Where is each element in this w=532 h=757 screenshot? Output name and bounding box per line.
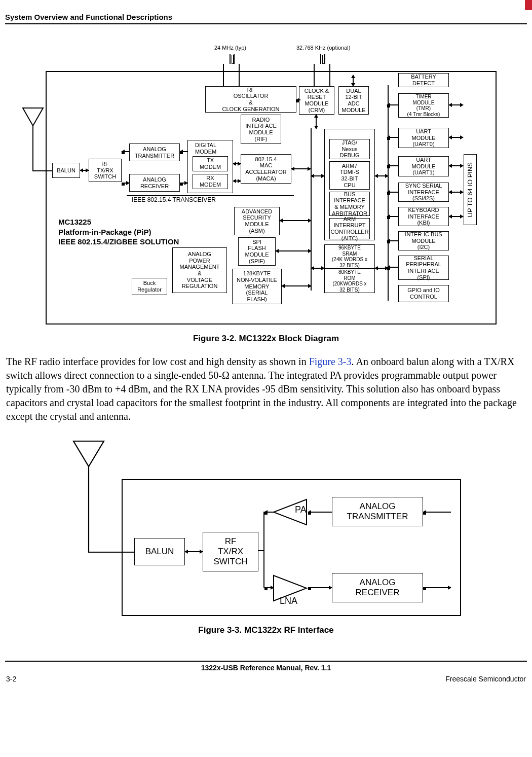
rf-interface-paragraph: The RF radio interface provides for low … bbox=[6, 355, 526, 423]
crystal-icon bbox=[230, 54, 235, 64]
apm-block: ANALOG POWER MANAGEMENT & VOLTAGE REGULA… bbox=[172, 247, 227, 293]
maca-block: 802.15.4 MAC ACCELERATOR (MACA) bbox=[241, 154, 291, 184]
flash-block: 128KBYTE NON-VOLATILE MEMORY (SERIAL FLA… bbox=[232, 269, 282, 304]
para-pre: The RF radio interface provides for low … bbox=[6, 356, 309, 367]
rx-modem-block: RX MODEM bbox=[193, 174, 228, 189]
section-header: System Overview and Functional Descripti… bbox=[5, 13, 527, 24]
battery-detect-block: BATTERY DETECT bbox=[398, 73, 449, 87]
page-number: 3-2 bbox=[6, 675, 16, 683]
rf-switch-block: RF TX/RX SWITCH bbox=[89, 159, 122, 182]
rif-block: RADIO INTERFACE MODULE (RIF) bbox=[241, 115, 281, 144]
svg-marker-2 bbox=[73, 441, 104, 466]
footer-manual-title: 1322x-USB Reference Manual, Rev. 1.1 bbox=[5, 661, 527, 672]
chip-label: MC13225 Platform-in-Package (PiP) IEEE 8… bbox=[58, 217, 179, 247]
tx-modem-block: TX MODEM bbox=[193, 156, 228, 171]
analog-receiver-block: ANALOG RECEIVER bbox=[332, 573, 423, 602]
aitc-block: ARM INTERRUPT CONTROLLER (AITC) bbox=[329, 218, 370, 239]
crystal-icon bbox=[320, 54, 325, 64]
figure-3-2: 24 MHz (typ) 32.768 KHz (optional) BALUN… bbox=[30, 45, 502, 329]
antenna-icon bbox=[71, 439, 106, 555]
transceiver-label: IEEE 802.15.4 TRANSCEIVER bbox=[132, 197, 216, 204]
crm-block: CLOCK & RESET MODULE (CRM) bbox=[299, 86, 334, 115]
i2c-block: INTER-IC BUS MODULE (I2C) bbox=[398, 231, 449, 250]
balun-block: BALUN bbox=[134, 538, 185, 565]
kbi-block: KEYBOARD INTERFACE (KBI) bbox=[398, 207, 449, 226]
uart0-block: UART MODULE (UART0) bbox=[398, 128, 449, 148]
jtag-block: JTAG/ Nexus DEBUG bbox=[329, 139, 370, 159]
sram-block: 96KBYTE SRAM (24K WORDS x 32 BITS) bbox=[324, 244, 375, 269]
asm-block: ADVANCED SECURITY MODULE (ASM) bbox=[234, 207, 280, 235]
vendor-name: Freescale Semiconductor bbox=[445, 675, 526, 683]
svg-marker-0 bbox=[23, 108, 43, 126]
io-pins-block: UP TO 64 IO PINS bbox=[464, 154, 477, 225]
spif-block: SPI FLASH MODULE (SPIF) bbox=[238, 237, 276, 266]
analog-receiver-block: ANALOG RECEIVER bbox=[129, 174, 180, 192]
figure-3-3: BALUN RF TX/RX SWITCH PA LNA ANALOG TRAN… bbox=[56, 439, 476, 621]
adc-block: DUAL 12-BIT ADC MODULE bbox=[338, 86, 369, 115]
analog-transmitter-block: ANALOG TRANSMITTER bbox=[332, 497, 423, 526]
clk-24mhz-label: 24 MHz (typ) bbox=[214, 45, 246, 51]
ssi-block: SYNC SERIAL INTERFACE (SSI/i2S) bbox=[398, 183, 449, 202]
uart1-block: UART MODULE (UART1) bbox=[398, 156, 449, 176]
gpio-block: GPIO and IO CONTROL bbox=[398, 285, 449, 302]
clk-32khz-label: 32.768 KHz (optional) bbox=[296, 45, 350, 51]
io-pins-label: UP TO 64 IO PINS bbox=[467, 162, 474, 217]
figure-3-2-caption: Figure 3-2. MC1322x Block Diagram bbox=[5, 334, 527, 344]
footer-row: 3-2 Freescale Semiconductor bbox=[5, 675, 527, 683]
rf-switch-block: RF TX/RX SWITCH bbox=[203, 532, 258, 571]
pa-label: PA bbox=[295, 504, 307, 515]
figure-3-3-link[interactable]: Figure 3-3 bbox=[309, 356, 352, 367]
figure-3-3-caption: Figure 3-3. MC1322x RF Interface bbox=[5, 625, 527, 635]
balun-block: BALUN bbox=[52, 163, 80, 178]
spi-block: SERIAL PERIPHERAL INTERFACE (SPI) bbox=[398, 256, 449, 280]
buck-regulator-block: Buck Regulator bbox=[132, 278, 167, 295]
rf-oscillator-block: RF OSCILLATOR & CLOCK GENERATION bbox=[205, 86, 296, 113]
lna-label: LNA bbox=[280, 596, 297, 606]
digital-modem-label: DIGITAL MODEM bbox=[195, 142, 216, 155]
rom-block: 80KBYTE ROM (20KWORDS x 32 BITS) bbox=[324, 269, 375, 293]
analog-transmitter-block: ANALOG TRANSMITTER bbox=[129, 143, 180, 161]
arm7-block: ARM7 TDMI-S 32-BIT CPU bbox=[329, 161, 370, 190]
bus-interface-block: BUS INTERFACE & MEMORY ARBITRATOR bbox=[329, 192, 370, 216]
accent-bar bbox=[525, 0, 532, 10]
timer-block: TIMER MODULE (TMR) (4 Tmr Blocks) bbox=[398, 93, 449, 118]
